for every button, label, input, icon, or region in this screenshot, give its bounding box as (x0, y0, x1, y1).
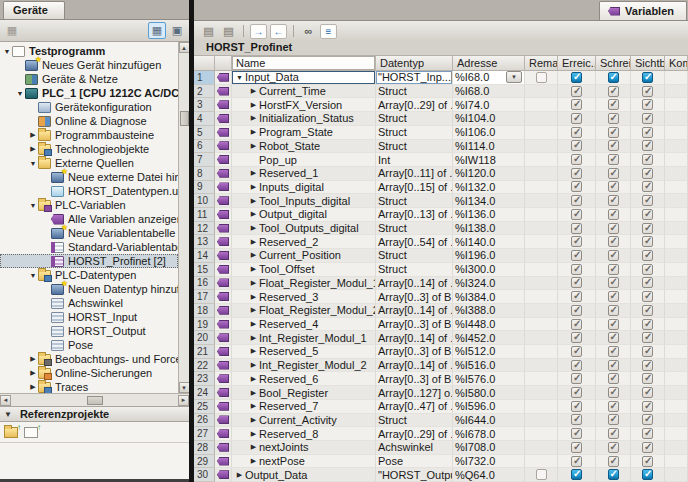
writable-checkbox[interactable] (608, 209, 619, 220)
tree-item-plc-1-cpu-1212c-ac-dc-rly[interactable]: ▼ PLC_1 [CPU 1212C AC/DC/Rly] (0, 86, 178, 100)
row-number-cell[interactable]: 9 (194, 181, 215, 195)
visible-cell[interactable] (631, 468, 665, 482)
import-icon[interactable]: ← (270, 24, 287, 39)
visible-cell[interactable] (631, 331, 665, 345)
visible-cell[interactable] (631, 194, 665, 208)
visible-checkbox[interactable] (642, 86, 653, 97)
accessible-checkbox[interactable] (571, 250, 582, 261)
writable-cell[interactable] (596, 222, 631, 236)
address-cell[interactable]: %I580.0 (453, 386, 525, 400)
expand-toggle-icon[interactable]: ▶ (248, 334, 259, 342)
datatype-cell[interactable]: Array[0..14] of ... (376, 277, 453, 291)
row-number-cell[interactable]: 22 (194, 359, 215, 373)
writable-cell[interactable] (596, 71, 631, 85)
accessible-cell[interactable] (558, 386, 596, 400)
visible-cell[interactable] (631, 304, 665, 318)
retain-cell[interactable] (525, 208, 558, 222)
expand-toggle-icon[interactable]: ▶ (248, 389, 259, 397)
retain-cell[interactable] (525, 331, 558, 345)
accessible-checkbox[interactable] (571, 195, 582, 206)
accessible-checkbox[interactable] (571, 127, 582, 138)
tree-expander-icon[interactable]: ▶ (28, 369, 38, 377)
accessible-checkbox[interactable] (571, 140, 582, 151)
tree-item-pose[interactable]: Pose (0, 338, 178, 352)
visible-cell[interactable] (631, 427, 665, 441)
accessible-checkbox[interactable] (571, 236, 582, 247)
accessible-cell[interactable] (558, 400, 596, 414)
visible-cell[interactable] (631, 181, 665, 195)
name-cell[interactable]: Pop_up (232, 153, 376, 167)
horizontal-scroll-thumb[interactable] (87, 396, 103, 405)
expand-toggle-icon[interactable]: ▶ (248, 210, 259, 218)
accessible-cell[interactable] (558, 318, 596, 332)
writable-cell[interactable] (596, 359, 631, 373)
writable-checkbox[interactable] (608, 360, 619, 371)
retain-cell[interactable] (525, 359, 558, 373)
retain-checkbox[interactable] (536, 72, 547, 83)
row-number-cell[interactable]: 18 (194, 304, 215, 318)
name-cell[interactable]: ▶ Int_Register_Modul_1 (232, 331, 376, 345)
address-cell[interactable]: %I596.0 (453, 400, 525, 414)
comment-cell[interactable] (665, 235, 688, 249)
writable-checkbox[interactable] (608, 387, 619, 398)
scroll-right-icon[interactable]: ► (178, 395, 189, 406)
row-number-cell[interactable]: 16 (194, 277, 215, 291)
address-cell[interactable]: %I106.0 (453, 126, 525, 140)
accessible-cell[interactable] (558, 331, 596, 345)
writable-checkbox[interactable] (608, 168, 619, 179)
row-number-cell[interactable]: 19 (194, 318, 215, 332)
comment-cell[interactable] (665, 181, 688, 195)
datatype-cell[interactable]: Struct (376, 249, 453, 263)
retain-cell[interactable] (525, 71, 558, 85)
expand-toggle-icon[interactable]: ▶ (248, 128, 259, 136)
address-cell[interactable]: %I138.0 (453, 222, 525, 236)
visible-checkbox[interactable] (642, 209, 653, 220)
name-cell[interactable]: ▶ Output_Data (232, 468, 376, 482)
retain-cell[interactable] (525, 181, 558, 195)
visible-checkbox[interactable] (642, 373, 653, 384)
row-number-cell[interactable]: 4 (194, 112, 215, 126)
retain-checkbox[interactable] (536, 469, 547, 480)
address-cell[interactable]: %I384.0 (453, 290, 525, 304)
expand-toggle-icon[interactable]: ▶ (248, 402, 259, 410)
visible-cell[interactable] (631, 263, 665, 277)
retain-cell[interactable] (525, 318, 558, 332)
writable-cell[interactable] (596, 194, 631, 208)
retain-cell[interactable] (525, 222, 558, 236)
visible-checkbox[interactable] (642, 223, 653, 234)
retain-cell[interactable] (525, 153, 558, 167)
visible-cell[interactable] (631, 140, 665, 154)
row-number-cell[interactable]: 6 (194, 140, 215, 154)
visible-checkbox[interactable] (642, 291, 653, 302)
row-number-cell[interactable]: 1 (194, 71, 215, 85)
header-datentyp[interactable]: Datentyp (376, 56, 453, 70)
tree-item-alle-variablen-anzeigen[interactable]: Alle Variablen anzeigen (0, 212, 178, 226)
name-cell[interactable]: ▶ Reserved_3 (232, 290, 376, 304)
accessible-cell[interactable] (558, 140, 596, 154)
writable-checkbox[interactable] (608, 401, 619, 412)
expand-toggle-icon[interactable]: ▶ (248, 457, 259, 465)
expand-toggle-icon[interactable]: ▶ (248, 375, 259, 383)
address-cell[interactable]: %I104.0 (453, 112, 525, 126)
tree-expander-icon[interactable]: ▶ (28, 355, 38, 363)
visible-cell[interactable] (631, 153, 665, 167)
retain-cell[interactable] (525, 112, 558, 126)
datatype-cell[interactable]: Struct (376, 222, 453, 236)
retain-cell[interactable] (525, 441, 558, 455)
retain-cell[interactable] (525, 249, 558, 263)
comment-cell[interactable] (665, 468, 688, 482)
writable-cell[interactable] (596, 318, 631, 332)
visible-cell[interactable] (631, 222, 665, 236)
name-cell[interactable]: ▶ Int_Register_Modul_2 (232, 359, 376, 373)
expand-toggle-icon[interactable]: ▶ (248, 87, 259, 95)
header-remanenz[interactable]: Rema... (525, 56, 558, 70)
datatype-cell[interactable]: Array[0..47] of ... (376, 400, 453, 414)
datatype-cell[interactable]: Achswinkel (376, 441, 453, 455)
visible-cell[interactable] (631, 126, 665, 140)
comment-cell[interactable] (665, 85, 688, 99)
row-number-cell[interactable]: 21 (194, 345, 215, 359)
comment-cell[interactable] (665, 386, 688, 400)
expand-toggle-icon[interactable]: ▶ (248, 265, 259, 273)
address-cell[interactable]: %I388.0 (453, 304, 525, 318)
name-cell[interactable]: ▶ Reserved_5 (232, 345, 376, 359)
